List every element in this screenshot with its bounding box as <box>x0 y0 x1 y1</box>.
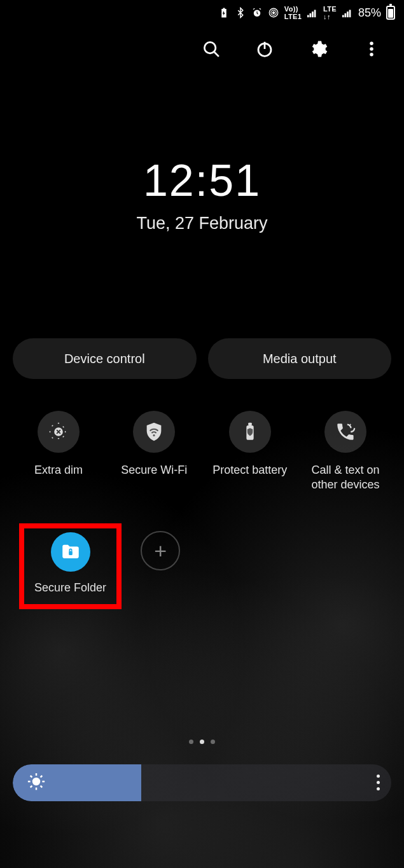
svg-line-13 <box>214 52 219 57</box>
control-pill-row: Device control Media output <box>13 338 391 379</box>
secure-folder-button[interactable] <box>51 532 90 572</box>
qs-extra-dim: Extra dim <box>11 411 106 492</box>
power-icon <box>255 39 274 59</box>
alarm-icon <box>251 7 263 18</box>
secure-wifi-label: Secure Wi-Fi <box>121 463 187 478</box>
more-button[interactable] <box>361 38 382 60</box>
media-output-button[interactable]: Media output <box>208 338 392 379</box>
svg-rect-6 <box>312 11 314 17</box>
secure-folder-label: Secure Folder <box>34 581 106 595</box>
hotspot-icon <box>268 7 279 18</box>
svg-point-16 <box>370 42 373 46</box>
page-indicator[interactable] <box>0 740 404 744</box>
search-button[interactable] <box>200 38 222 60</box>
page-dot-1 <box>189 740 193 744</box>
settings-button[interactable] <box>307 38 329 60</box>
svg-point-18 <box>370 53 373 57</box>
svg-line-37 <box>31 775 32 777</box>
brightness-more-button[interactable] <box>377 775 380 790</box>
extra-dim-toggle[interactable] <box>38 411 80 453</box>
page-dot-2 <box>200 740 204 744</box>
secure-folder-icon <box>60 541 81 563</box>
shield-wifi-icon <box>143 421 165 443</box>
svg-rect-31 <box>69 551 73 555</box>
svg-point-17 <box>370 47 373 51</box>
lte-indicator: LTE↓↑ <box>323 5 337 20</box>
svg-rect-4 <box>307 15 309 18</box>
plus-icon: + <box>154 539 167 563</box>
brightness-icon <box>27 772 46 794</box>
signal-2-icon <box>342 7 353 18</box>
extra-dim-label: Extra dim <box>34 463 83 478</box>
media-output-label: Media output <box>263 352 337 366</box>
protect-battery-toggle[interactable] <box>229 411 271 453</box>
svg-line-26 <box>52 436 54 438</box>
quick-settings-row: Extra dim Secure Wi-Fi Protect battery C… <box>11 411 393 492</box>
clock-time: 12:51 <box>0 155 404 206</box>
status-bar: Vo))LTE1 LTE↓↑ 85% <box>0 0 404 23</box>
qs-call-text: Call & text on other devices <box>298 411 393 492</box>
power-button[interactable] <box>254 38 275 60</box>
clock-date: Tue, 27 February <box>0 214 404 233</box>
call-text-label: Call & text on other devices <box>298 463 393 492</box>
svg-point-28 <box>153 434 155 436</box>
svg-rect-9 <box>344 13 346 17</box>
more-vertical-icon <box>362 39 381 59</box>
secure-folder-highlight: Secure Folder <box>19 523 122 609</box>
call-text-toggle[interactable] <box>324 411 366 453</box>
device-control-label: Device control <box>64 352 145 366</box>
svg-rect-8 <box>342 15 344 18</box>
qs-secure-wifi: Secure Wi-Fi <box>107 411 201 492</box>
add-tile-button[interactable]: + <box>141 531 180 570</box>
svg-line-39 <box>31 785 32 787</box>
phone-sync-icon <box>335 421 356 443</box>
quick-panel-toolbar <box>0 23 404 60</box>
protect-battery-label: Protect battery <box>212 463 287 478</box>
volte-indicator: Vo))LTE1 <box>284 5 302 20</box>
battery-percent: 85% <box>358 6 381 20</box>
svg-rect-10 <box>347 11 349 17</box>
battery-optimize-icon <box>218 7 230 18</box>
bluetooth-icon <box>235 7 246 18</box>
brightness-slider[interactable] <box>13 764 391 801</box>
gear-icon <box>309 39 328 59</box>
svg-line-24 <box>52 425 54 427</box>
device-control-button[interactable]: Device control <box>13 338 197 379</box>
page-dot-3 <box>211 740 215 744</box>
svg-line-27 <box>63 425 65 427</box>
svg-point-32 <box>33 778 39 785</box>
svg-rect-7 <box>314 10 316 18</box>
battery-shield-icon <box>239 421 261 443</box>
svg-line-40 <box>41 775 43 777</box>
svg-line-25 <box>63 436 65 438</box>
svg-rect-5 <box>310 13 312 17</box>
qs-protect-battery: Protect battery <box>203 411 297 492</box>
extra-dim-icon <box>48 421 69 443</box>
svg-point-12 <box>204 42 216 53</box>
battery-icon <box>386 6 395 20</box>
svg-point-1 <box>272 12 274 14</box>
search-icon <box>202 39 221 59</box>
svg-rect-30 <box>248 423 252 425</box>
svg-line-38 <box>41 785 43 787</box>
signal-1-icon <box>307 7 318 18</box>
secure-wifi-toggle[interactable] <box>133 411 175 453</box>
svg-rect-11 <box>349 10 351 18</box>
quick-settings-row-2: Secure Folder + <box>19 523 404 609</box>
clock-block: 12:51 Tue, 27 February <box>0 155 404 233</box>
